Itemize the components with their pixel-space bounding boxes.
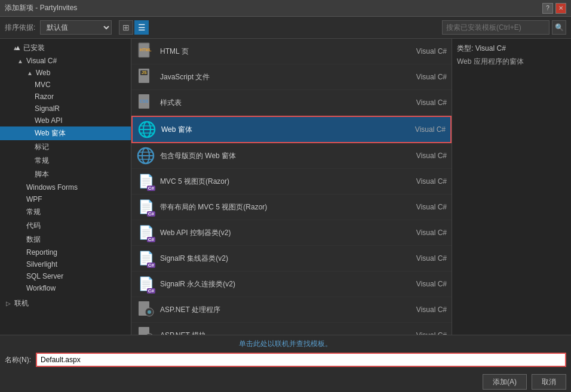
file-name-mvc5-view: MVC 5 视图页(Razor) bbox=[160, 177, 394, 187]
sidebar-item-webapi[interactable]: Web API bbox=[0, 115, 131, 126]
file-cat-js: Visual C# bbox=[399, 73, 447, 81]
file-list: HTML HTML 页 Visual C# JS JavaScript 文件 V… bbox=[131, 39, 452, 335]
file-name-mvc5-layout: 带有布局的 MVC 5 视图页(Razor) bbox=[160, 202, 394, 212]
sidebar-item-markup[interactable]: 标记 bbox=[0, 140, 131, 154]
file-item-css[interactable]: CSS 样式表 Visual C# bbox=[131, 90, 452, 116]
file-cat-mvc5-layout: Visual C# bbox=[399, 203, 447, 211]
sidebar-item-data[interactable]: 数据 bbox=[0, 233, 131, 246]
svg-text:CSS: CSS bbox=[140, 99, 149, 103]
file-item-mvc5-layout[interactable]: 📄 C# 带有布局的 MVC 5 视图页(Razor) Visual C# bbox=[131, 195, 452, 220]
html-icon: HTML bbox=[136, 42, 155, 61]
file-cat-webapi-ctrl: Visual C# bbox=[399, 229, 447, 237]
webform-icon bbox=[137, 120, 156, 139]
list-view-button[interactable]: ☰ bbox=[134, 20, 149, 35]
file-cat-signalr-hub: Visual C# bbox=[399, 254, 447, 263]
sidebar-item-webform[interactable]: Web 窗体 bbox=[0, 126, 131, 140]
sidebar-item-reporting[interactable]: Reporting bbox=[0, 246, 131, 258]
search-button[interactable]: 🔍 bbox=[552, 20, 566, 35]
expand-icon-online: ▷ bbox=[5, 300, 12, 307]
grid-view-button[interactable]: ⊞ bbox=[119, 20, 133, 35]
file-item-asax[interactable]: ASP.NET 模块 Visual C# bbox=[131, 323, 452, 335]
file-name-signalr-hub: SignalR 集线器类(v2) bbox=[160, 254, 394, 264]
help-button[interactable]: ? bbox=[542, 3, 553, 14]
sidebar-tree: ▲ ▲ 已安装 ▲ Visual C# ▲ Web MVC Razor Sign… bbox=[0, 39, 131, 335]
expand-icon-web: ▲ bbox=[26, 69, 33, 76]
js-icon: JS bbox=[136, 67, 155, 87]
file-cat-ashx: Visual C# bbox=[399, 305, 447, 314]
file-name-signalr-persist: SignalR 永久连接类(v2) bbox=[160, 279, 394, 289]
close-button[interactable]: ✕ bbox=[555, 3, 566, 14]
title-bar-buttons: ? ✕ bbox=[542, 3, 566, 14]
dialog-title: 添加新项 - PartyInvites bbox=[5, 3, 77, 13]
name-label: 名称(N): bbox=[5, 355, 31, 365]
sidebar-item-web[interactable]: ▲ Web bbox=[0, 67, 131, 79]
ashx-icon bbox=[136, 300, 155, 319]
sidebar-item-general2[interactable]: 常规 bbox=[0, 205, 131, 219]
signalr-hub-icon: 📄 C# bbox=[136, 249, 155, 268]
sort-label: 排序依据: bbox=[5, 23, 35, 33]
file-item-signalr-hub[interactable]: 📄 C# SignalR 集线器类(v2) Visual C# bbox=[131, 246, 452, 271]
type-description: Web 应用程序的窗体 bbox=[457, 56, 566, 67]
file-cat-mvc5-view: Visual C# bbox=[399, 177, 447, 186]
sidebar-item-visualcsharp[interactable]: ▲ Visual C# bbox=[0, 55, 131, 67]
file-item-html[interactable]: HTML HTML 页 Visual C# bbox=[131, 39, 452, 64]
file-name-webform-master: 包含母版页的 Web 窗体 bbox=[160, 151, 394, 161]
webapi-ctrl-icon: 📄 C# bbox=[136, 223, 155, 242]
sidebar-item-winforms[interactable]: Windows Forms bbox=[0, 181, 131, 193]
find-templates-link[interactable]: 单击此处以联机并查找模板。 bbox=[5, 339, 566, 349]
file-cat-webform: Visual C# bbox=[398, 125, 446, 134]
sidebar-item-wpf[interactable]: WPF bbox=[0, 193, 131, 205]
file-cat-css: Visual C# bbox=[399, 98, 447, 107]
expand-icon-csharp: ▲ bbox=[17, 57, 24, 64]
svg-text:HTML: HTML bbox=[140, 48, 152, 52]
cancel-button[interactable]: 取消 bbox=[532, 374, 566, 390]
sidebar-item-silverlight[interactable]: Silverlight bbox=[0, 258, 131, 270]
search-input[interactable] bbox=[442, 20, 549, 35]
file-item-signalr-persist[interactable]: 📄 C# SignalR 永久连接类(v2) Visual C# bbox=[131, 271, 452, 297]
name-input[interactable] bbox=[36, 353, 566, 367]
sidebar-item-general[interactable]: 常规 bbox=[0, 154, 131, 168]
sidebar-item-script[interactable]: 脚本 bbox=[0, 168, 131, 181]
sidebar-item-online[interactable]: ▷ 联机 bbox=[0, 297, 131, 310]
type-label: 类型: Visual C# bbox=[457, 44, 566, 54]
file-item-webform-master[interactable]: 包含母版页的 Web 窗体 Visual C# bbox=[131, 143, 452, 169]
file-name-webapi-ctrl: Web API 控制器类(v2) bbox=[160, 228, 394, 238]
file-name-css: 样式表 bbox=[160, 98, 394, 108]
file-cat-signalr-persist: Visual C# bbox=[399, 280, 447, 288]
right-panel: 类型: Visual C# Web 应用程序的窗体 bbox=[452, 39, 571, 335]
sidebar-item-mvc[interactable]: MVC bbox=[0, 79, 131, 91]
bottom-bar: 单击此处以联机并查找模板。 名称(N): bbox=[0, 335, 571, 371]
mvc5-layout-icon: 📄 C# bbox=[136, 197, 155, 217]
file-item-webform[interactable]: Web 窗体 Visual C# bbox=[131, 116, 452, 143]
sort-select[interactable]: 默认值 bbox=[40, 20, 112, 35]
file-name-ashx: ASP.NET 处理程序 bbox=[160, 305, 394, 315]
css-icon: CSS bbox=[136, 93, 155, 112]
sidebar-item-workflow[interactable]: Workflow bbox=[0, 282, 131, 294]
mvc5-view-icon: 📄 C# bbox=[136, 172, 155, 191]
sidebar-item-signalr[interactable]: SignalR bbox=[0, 103, 131, 115]
view-toggle: ⊞ ☰ bbox=[119, 20, 149, 35]
sidebar-item-sqlserver[interactable]: SQL Server bbox=[0, 270, 131, 282]
toolbar: 排序依据: 默认值 ⊞ ☰ 🔍 bbox=[0, 17, 571, 39]
sidebar-item-installed[interactable]: ▲ ▲ 已安装 bbox=[0, 41, 131, 55]
dialog-content: 排序依据: 默认值 ⊞ ☰ 🔍 ▲ ▲ 已安装 ▲ Visual C# bbox=[0, 17, 571, 392]
name-row: 名称(N): bbox=[5, 353, 566, 367]
signalr-persist-icon: 📄 C# bbox=[136, 274, 155, 294]
sidebar-item-code[interactable]: 代码 bbox=[0, 219, 131, 233]
content-area: ▲ ▲ 已安装 ▲ Visual C# ▲ Web MVC Razor Sign… bbox=[0, 39, 571, 335]
sidebar-item-razor[interactable]: Razor bbox=[0, 91, 131, 103]
action-buttons: 添加(A) 取消 bbox=[0, 371, 571, 392]
file-cat-asax: Visual C# bbox=[399, 331, 447, 335]
search-container: 🔍 bbox=[442, 20, 566, 35]
file-item-js[interactable]: JS JavaScript 文件 Visual C# bbox=[131, 64, 452, 90]
asax-icon bbox=[136, 326, 155, 335]
file-name-js: JavaScript 文件 bbox=[160, 72, 394, 82]
file-cat-html: Visual C# bbox=[399, 47, 447, 55]
file-item-ashx[interactable]: ASP.NET 处理程序 Visual C# bbox=[131, 297, 452, 323]
webform-master-icon bbox=[136, 146, 155, 165]
svg-text:JS: JS bbox=[142, 70, 147, 75]
add-button[interactable]: 添加(A) bbox=[483, 374, 527, 390]
file-item-mvc5-view[interactable]: 📄 C# MVC 5 视图页(Razor) Visual C# bbox=[131, 169, 452, 195]
file-name-html: HTML 页 bbox=[160, 47, 394, 57]
file-item-webapi-ctrl[interactable]: 📄 C# Web API 控制器类(v2) Visual C# bbox=[131, 220, 452, 246]
